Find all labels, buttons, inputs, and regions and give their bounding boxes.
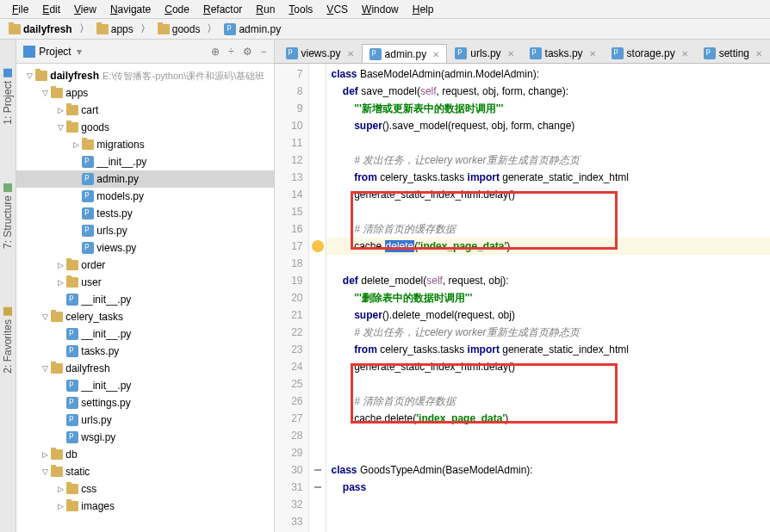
editor-tab[interactable]: urls.py✕	[447, 43, 521, 63]
code-line[interactable]: def save_model(self, request, obj, form,…	[326, 83, 770, 100]
tree-node[interactable]: ▷cart	[16, 102, 273, 119]
tree-node[interactable]: ▷urls.py	[16, 411, 273, 429]
tree-node[interactable]: ▷__init__.py	[16, 377, 273, 394]
code-line[interactable]: generate_static_index_html.delay()	[326, 186, 770, 203]
editor-tab[interactable]: tasks.py✕	[522, 43, 604, 63]
tree-node[interactable]: ▷__init__.py	[16, 325, 273, 343]
code-line[interactable]: def delete_model(self, request, obj):	[326, 272, 770, 289]
menu-vcs[interactable]: VCS	[320, 2, 355, 17]
menu-help[interactable]: Help	[406, 2, 441, 17]
menu-refactor[interactable]: Refactor	[196, 2, 249, 17]
dropdown-icon[interactable]: ▾	[77, 46, 82, 58]
tree-node[interactable]: ▷__init__.py	[16, 291, 273, 308]
close-icon[interactable]: ✕	[755, 49, 762, 59]
tree-node[interactable]: ▷images	[16, 498, 273, 515]
project-tool-button[interactable]: ⊕	[211, 46, 220, 58]
tree-node[interactable]: ▽static	[16, 463, 273, 480]
tree-node[interactable]: ▷views.py	[16, 239, 273, 257]
code-line[interactable]: cache.delete('index_page_data')	[326, 410, 770, 427]
code-line[interactable]	[326, 255, 770, 272]
close-icon[interactable]: ✕	[589, 49, 596, 59]
code-line[interactable]: # 清除首页的缓存数据	[326, 220, 770, 238]
expand-arrow-icon[interactable]: ▷	[54, 485, 66, 493]
code-line[interactable]: class BaseModelAdmin(admin.ModelAdmin):	[326, 65, 770, 83]
tool-tab-structure[interactable]: 7: Structure	[2, 180, 14, 252]
close-icon[interactable]: ✕	[681, 49, 688, 59]
editor-tab[interactable]: setting✕	[696, 43, 770, 63]
code-content[interactable]: class BaseModelAdmin(admin.ModelAdmin): …	[326, 64, 770, 532]
project-tool-button[interactable]: −	[261, 46, 267, 58]
breadcrumb-item[interactable]: admin.py	[220, 22, 284, 36]
editor-tab[interactable]: views.py✕	[278, 43, 362, 63]
tree-node[interactable]: ▷order	[16, 257, 273, 274]
menu-view[interactable]: View	[67, 2, 103, 17]
breadcrumb-item[interactable]: goods	[154, 22, 204, 36]
code-line[interactable]	[326, 427, 770, 444]
tree-node[interactable]: ▷css	[16, 480, 273, 498]
fold-icon[interactable]	[314, 486, 321, 488]
expand-arrow-icon[interactable]: ▷	[70, 140, 82, 149]
code-line[interactable]	[326, 203, 770, 220]
expand-arrow-icon[interactable]: ▷	[54, 278, 66, 287]
code-line[interactable]: cache.delete('index_page_data')	[326, 238, 770, 255]
code-line[interactable]: super().save_model(request, obj, form, c…	[326, 117, 770, 134]
expand-arrow-icon[interactable]: ▽	[39, 364, 51, 373]
code-line[interactable]: from celery_tasks.tasks import generate_…	[326, 169, 770, 186]
code-line[interactable]	[326, 375, 770, 393]
tree-node[interactable]: ▷migrations	[16, 136, 273, 153]
expand-arrow-icon[interactable]: ▽	[54, 123, 66, 132]
project-tool-button[interactable]: ⚙	[243, 46, 252, 58]
tree-node[interactable]: ▷models.py	[16, 188, 273, 205]
code-line[interactable]: super().delete_model(request, obj)	[326, 306, 770, 324]
menu-edit[interactable]: Edit	[35, 2, 67, 17]
menu-code[interactable]: Code	[158, 2, 196, 17]
project-tool-button[interactable]: ÷	[228, 46, 234, 58]
tree-node[interactable]: ▷settings.py	[16, 394, 273, 411]
tree-node[interactable]: ▽dailyfresh	[16, 360, 273, 377]
code-line[interactable]: generate_static_index_html.delay()	[326, 358, 770, 375]
code-line[interactable]	[326, 444, 770, 461]
tree-node[interactable]: ▷tests.py	[16, 205, 273, 222]
expand-arrow-icon[interactable]: ▽	[39, 312, 51, 321]
code-line[interactable]: # 清除首页的缓存数据	[326, 393, 770, 410]
menu-window[interactable]: Window	[355, 2, 406, 17]
tree-node[interactable]: ▷urls.py	[16, 222, 273, 239]
code-line[interactable]: pass	[326, 479, 770, 496]
tree-node[interactable]: ▽dailyfreshE:\传智播客-python\课件和源码\基础班	[16, 67, 273, 84]
tree-node[interactable]: ▷admin.py	[16, 170, 273, 188]
tree-node[interactable]: ▷wsgi.py	[16, 429, 273, 446]
menu-run[interactable]: Run	[249, 2, 282, 17]
tree-node[interactable]: ▷user	[16, 274, 273, 291]
code-line[interactable]: class GoodsTypeAdmin(BaseModelAdmin):	[326, 461, 770, 479]
expand-arrow-icon[interactable]: ▷	[54, 261, 66, 269]
expand-arrow-icon[interactable]: ▽	[39, 89, 51, 97]
expand-arrow-icon[interactable]: ▷	[54, 106, 66, 114]
tool-tab-project[interactable]: 1: Project	[2, 65, 14, 128]
fold-icon[interactable]	[314, 469, 321, 471]
tree-node[interactable]: ▷db	[16, 446, 273, 463]
tree-node[interactable]: ▷__init__.py	[16, 153, 273, 170]
menu-tools[interactable]: Tools	[282, 2, 320, 17]
expand-arrow-icon[interactable]: ▽	[39, 467, 51, 476]
expand-arrow-icon[interactable]: ▷	[54, 502, 66, 510]
expand-arrow-icon[interactable]: ▽	[23, 71, 35, 80]
breadcrumb-item[interactable]: dailyfresh	[5, 22, 76, 36]
close-icon[interactable]: ✕	[347, 49, 354, 59]
code-line[interactable]: '''删除表中的数据时调用'''	[326, 289, 770, 306]
code-line[interactable]	[326, 513, 770, 530]
close-icon[interactable]: ✕	[432, 50, 439, 59]
tree-node[interactable]: ▽celery_tasks	[16, 308, 273, 325]
menu-navigate[interactable]: Navigate	[103, 2, 158, 17]
lightbulb-icon[interactable]	[312, 240, 324, 252]
code-line[interactable]: # 发出任务，让celery worker重新生成首页静态页	[326, 152, 770, 169]
close-icon[interactable]: ✕	[507, 49, 514, 59]
expand-arrow-icon[interactable]: ▷	[39, 450, 51, 459]
code-line[interactable]	[326, 134, 770, 152]
editor-tab[interactable]: admin.py✕	[362, 44, 448, 64]
project-tree[interactable]: ▽dailyfreshE:\传智播客-python\课件和源码\基础班▽apps…	[16, 64, 273, 532]
menu-file[interactable]: File	[5, 2, 35, 17]
breadcrumb-item[interactable]: apps	[93, 22, 137, 36]
tool-tab-favorites[interactable]: 2: Favorites	[2, 304, 14, 377]
code-line[interactable]	[326, 496, 770, 513]
tree-node[interactable]: ▽apps	[16, 84, 273, 102]
